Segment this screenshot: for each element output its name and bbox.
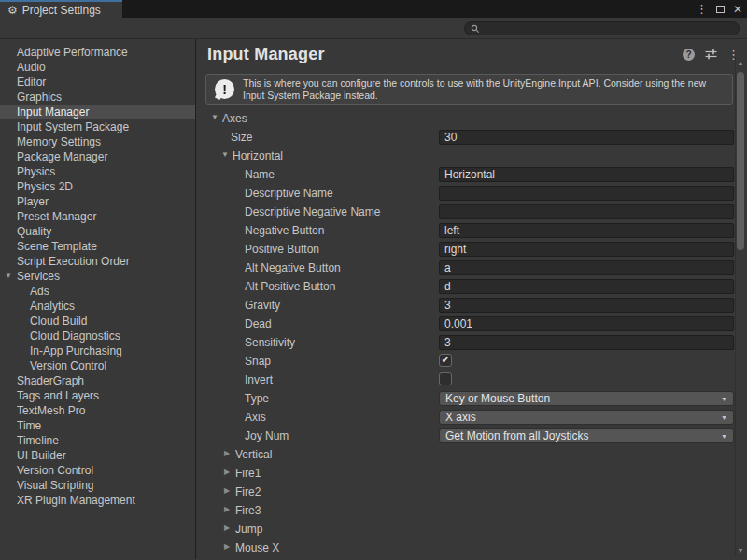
property-row-sensitivity: Sensitivity3 [196, 333, 734, 352]
foldout-closed-icon[interactable]: ▶ [224, 487, 230, 495]
sidebar-item-preset-manager[interactable]: Preset Manager [0, 209, 195, 224]
foldout-closed-icon[interactable]: ▶ [224, 469, 230, 476]
project-settings-window: ⚙ Project Settings ⋮ ✕ Adaptive Performa… [0, 0, 747, 560]
sidebar-item-label: Graphics [17, 91, 62, 104]
property-label: Sensitivity [245, 336, 295, 349]
info-exclamation-icon: ! [215, 79, 234, 99]
property-label: Axes [222, 112, 247, 125]
sidebar-item-timeline[interactable]: Timeline [0, 433, 195, 448]
property-label: Jump [235, 523, 262, 536]
window-menu-icon[interactable]: ⋮ [696, 3, 708, 15]
text-field-descriptive-negative-name[interactable] [439, 204, 734, 219]
scroll-down-icon[interactable]: ▼ [736, 547, 745, 553]
foldout-closed-icon[interactable]: ▶ [224, 543, 230, 551]
scroll-up-icon[interactable]: ▲ [736, 60, 745, 66]
foldout-open-icon[interactable]: ▼ [221, 151, 229, 159]
property-row-gravity: Gravity3 [196, 296, 734, 315]
foldout-open-icon[interactable]: ▼ [211, 114, 218, 121]
sidebar-item-label: Version Control [30, 359, 106, 372]
property-row-alt-positive-button: Alt Positive Buttond [196, 277, 734, 296]
property-label: Dead [245, 317, 272, 330]
property-label: Fire1 [235, 467, 261, 480]
text-field-descriptive-name[interactable] [439, 186, 734, 201]
sidebar-item-visual-scripting[interactable]: Visual Scripting [0, 478, 195, 493]
sidebar-item-input-manager[interactable]: Input Manager [0, 105, 195, 119]
sidebar-item-audio[interactable]: Audio [0, 60, 195, 75]
sidebar-item-ads[interactable]: Ads [0, 284, 195, 299]
dropdown-type[interactable]: Key or Mouse Button▼ [439, 391, 734, 406]
sidebar-item-shadergraph[interactable]: ShaderGraph [0, 373, 195, 388]
sidebar-item-graphics[interactable]: Graphics [0, 90, 195, 105]
sidebar-item-version-control[interactable]: Version Control [0, 463, 195, 478]
preset-sliders-icon[interactable] [705, 49, 717, 60]
sidebar-item-script-execution-order[interactable]: Script Execution Order [0, 254, 195, 269]
help-icon[interactable]: ? [683, 49, 695, 61]
dropdown-axis[interactable]: X axis▼ [439, 410, 734, 425]
vertical-scrollbar[interactable]: ▲ ▼ [735, 57, 745, 556]
checkbox-snap[interactable]: ✔ [439, 354, 452, 367]
checkbox-invert[interactable] [439, 372, 452, 385]
text-field-gravity[interactable]: 3 [439, 298, 734, 313]
text-field-sensitivity[interactable]: 3 [439, 335, 734, 350]
search-input[interactable] [484, 23, 717, 35]
sidebar-item-player[interactable]: Player [0, 194, 195, 209]
tab-project-settings[interactable]: ⚙ Project Settings [0, 0, 122, 18]
sidebar-item-package-manager[interactable]: Package Manager [0, 149, 195, 164]
foldout-open-icon[interactable]: ▼ [5, 269, 12, 284]
foldout-closed-icon[interactable]: ▶ [224, 506, 230, 513]
text-field-alt-negative-button[interactable]: a [439, 260, 734, 275]
settings-sidebar: Adaptive PerformanceAudioEditorGraphicsI… [0, 39, 196, 559]
sidebar-item-physics-2d[interactable]: Physics 2D [0, 179, 195, 194]
close-icon[interactable]: ✕ [733, 4, 742, 15]
gear-icon: ⚙ [7, 5, 18, 16]
sidebar-item-label: Memory Settings [17, 135, 101, 148]
sidebar-item-tags-and-layers[interactable]: Tags and Layers [0, 388, 195, 403]
property-row-fire1: ▶Fire1 [196, 464, 734, 483]
chevron-down-icon: ▼ [721, 414, 727, 421]
property-label: Invert [245, 373, 273, 386]
text-field-positive-button[interactable]: right [439, 242, 734, 257]
text-field-dead[interactable]: 0.001 [439, 316, 734, 331]
sidebar-item-services[interactable]: ▼Services [0, 269, 195, 284]
sidebar-item-label: Adaptive Performance [17, 46, 128, 59]
sidebar-item-memory-settings[interactable]: Memory Settings [0, 134, 195, 149]
sidebar-item-cloud-build[interactable]: Cloud Build [0, 314, 195, 329]
property-row-snap: Snap✔ [196, 352, 734, 371]
text-field-size[interactable]: 30 [439, 130, 734, 145]
dropdown-joy-num[interactable]: Get Motion from all Joysticks▼ [439, 428, 734, 443]
search-box[interactable] [464, 21, 740, 35]
property-label: Type [245, 392, 269, 405]
sidebar-item-time[interactable]: Time [0, 418, 195, 433]
property-label: Negative Button [245, 224, 324, 237]
text-field-alt-positive-button[interactable]: d [439, 279, 734, 294]
sidebar-item-label: UI Builder [17, 449, 66, 462]
sidebar-item-label: Scene Template [17, 240, 97, 253]
sidebar-item-version-control[interactable]: Version Control [0, 358, 195, 373]
sidebar-item-textmesh-pro[interactable]: TextMesh Pro [0, 403, 195, 418]
property-row-invert: Invert [196, 371, 734, 389]
sidebar-item-ui-builder[interactable]: UI Builder [0, 448, 195, 463]
text-field-negative-button[interactable]: left [439, 223, 734, 238]
property-label: Joy Num [245, 429, 289, 442]
property-row-axes: ▼Axes [196, 109, 734, 128]
sidebar-item-adaptive-performance[interactable]: Adaptive Performance [0, 45, 195, 60]
sidebar-item-scene-template[interactable]: Scene Template [0, 239, 195, 254]
property-row-alt-negative-button: Alt Negative Buttona [196, 259, 734, 277]
sidebar-item-xr-plugin-management[interactable]: XR Plugin Management [0, 493, 195, 508]
sidebar-item-in-app-purchasing[interactable]: In-App Purchasing [0, 343, 195, 358]
sidebar-item-label: Visual Scripting [17, 479, 94, 492]
sidebar-item-input-system-package[interactable]: Input System Package [0, 119, 195, 134]
sidebar-item-analytics[interactable]: Analytics [0, 299, 195, 314]
scroll-thumb[interactable] [737, 72, 744, 250]
sidebar-item-cloud-diagnostics[interactable]: Cloud Diagnostics [0, 329, 195, 343]
maximize-icon[interactable] [716, 6, 725, 13]
property-label: Fire3 [235, 504, 261, 517]
text-field-name[interactable]: Horizontal [439, 167, 734, 182]
foldout-closed-icon[interactable]: ▶ [224, 450, 230, 457]
property-label: Horizontal [233, 149, 283, 162]
sidebar-item-quality[interactable]: Quality [0, 224, 195, 239]
sidebar-item-editor[interactable]: Editor [0, 75, 195, 90]
foldout-closed-icon[interactable]: ▶ [224, 525, 230, 532]
sidebar-item-physics[interactable]: Physics [0, 164, 195, 179]
chevron-down-icon: ▼ [721, 396, 727, 402]
